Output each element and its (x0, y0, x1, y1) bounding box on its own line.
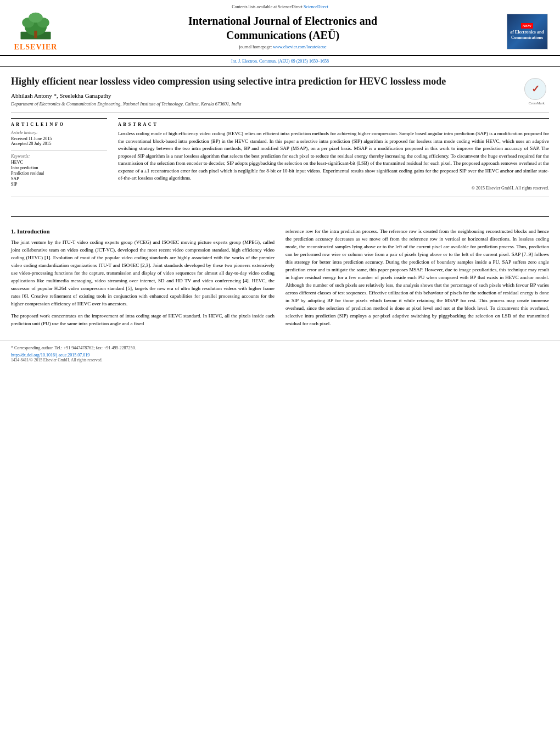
article-footer: * Corresponding author. Tel.: +91 944747… (0, 341, 560, 365)
article-info-column: A R T I C L E I N F O Article history: R… (11, 118, 107, 191)
intro-para1: The joint venture by the ITU-T video cod… (11, 239, 275, 308)
elsevier-logo: ELSEVIER (11, 12, 60, 52)
keyword-hevc: HEVC (11, 160, 107, 165)
article-info-section: A R T I C L E I N F O Article history: R… (11, 118, 107, 187)
aeu-logo-box: NEW af Electronics and Communications (507, 14, 548, 49)
keywords-list: HEVC Intra prediction Prediction residua… (11, 160, 107, 187)
svg-point-4 (29, 13, 43, 23)
history-label: Article history: (11, 130, 107, 135)
page: Contents lists available at ScienceDirec… (0, 0, 560, 742)
journal-name: International Journal of Electronics and… (66, 14, 500, 42)
abstract-column: A B S T R A C T Lossless coding mode of … (118, 118, 549, 191)
abstract-text: Lossless coding mode of high efficiency … (118, 130, 549, 182)
svg-rect-5 (34, 31, 37, 38)
journal-header: Contents lists available at ScienceDirec… (0, 0, 560, 56)
article-citation: Int. J. Electron. Commun. (AEÜ) 69 (2015… (0, 56, 560, 67)
elsevier-tree-icon (16, 12, 55, 42)
article-history: Article history: Received 11 June 2015 A… (11, 130, 107, 146)
body-left-column: 1. Introduction The joint venture by the… (11, 228, 275, 332)
abstract-copyright: © 2015 Elsevier GmbH. All rights reserve… (118, 186, 549, 191)
journal-title-center: International Journal of Electronics and… (60, 14, 505, 49)
sd-contents-text: Contents lists available at ScienceDirec… (232, 4, 303, 9)
sciencedirect-bar: Contents lists available at ScienceDirec… (11, 4, 549, 9)
homepage-link[interactable]: www.elsevier.com/locate/aeue (273, 44, 326, 49)
issn-text: 1434-8411/© 2015 Elsevier GmbH. All righ… (11, 358, 549, 362)
info-abstract-columns: A R T I C L E I N F O Article history: R… (11, 118, 549, 197)
article-title: Highly efficient near lossless video com… (11, 75, 516, 88)
sciencedirect-link[interactable]: ScienceDirect (304, 4, 328, 9)
crossmark-badge: ✓ CrossMark (524, 78, 549, 105)
article-info-label: A R T I C L E I N F O (11, 122, 107, 127)
abstract-label: A B S T R A C T (118, 122, 549, 127)
intro-para3: reference row for the intra prediction p… (285, 228, 549, 327)
abstract-section: A B S T R A C T Lossless coding mode of … (118, 118, 549, 191)
body-content: 1. Introduction The joint venture by the… (0, 222, 560, 337)
aeu-new-badge: NEW (521, 23, 534, 29)
doi-link[interactable]: http://dx.doi.org/10.1016/j.aeue.2015.07… (11, 353, 89, 358)
elsevier-label: ELSEVIER (14, 43, 58, 52)
section-divider (11, 216, 549, 217)
intro-heading: 1. Introduction (11, 228, 275, 235)
aeu-logo-right: NEW af Electronics and Communications (505, 14, 549, 49)
crossmark-label: CrossMark (524, 101, 549, 105)
keyword-intra: Intra prediction (11, 165, 107, 170)
footnote: * Corresponding author. Tel.: +91 944747… (11, 345, 549, 350)
keyword-residual: Prediction residual (11, 171, 107, 176)
received-date: Received 11 June 2015 (11, 136, 107, 141)
intro-para2: The proposed work concentrates on the im… (11, 313, 275, 328)
article-affiliation: Department of Electronics & Communicatio… (11, 101, 516, 107)
article-title-text: Highly efficient near lossless video com… (11, 75, 516, 107)
main-content: Highly efficient near lossless video com… (0, 67, 560, 211)
article-authors: Abhilash Antony *, Sreelekha Ganapathy (11, 92, 516, 99)
accepted-date: Accepted 28 July 2015 (11, 141, 107, 146)
keyword-sap: SAP (11, 176, 107, 181)
keywords-label: Keywords: (11, 154, 107, 159)
keywords-section: Keywords: HEVC Intra prediction Predicti… (11, 154, 107, 187)
body-right-column: reference row for the intra prediction p… (285, 228, 549, 332)
header-content: ELSEVIER International Journal of Electr… (11, 12, 549, 52)
crossmark-icon: ✓ (524, 78, 546, 100)
aeu-logo-text: af Electronics and Communications (510, 30, 544, 40)
keyword-sip: SIP (11, 182, 107, 187)
article-title-section: Highly efficient near lossless video com… (11, 75, 549, 113)
journal-homepage: journal homepage: www.elsevier.com/locat… (66, 44, 500, 49)
